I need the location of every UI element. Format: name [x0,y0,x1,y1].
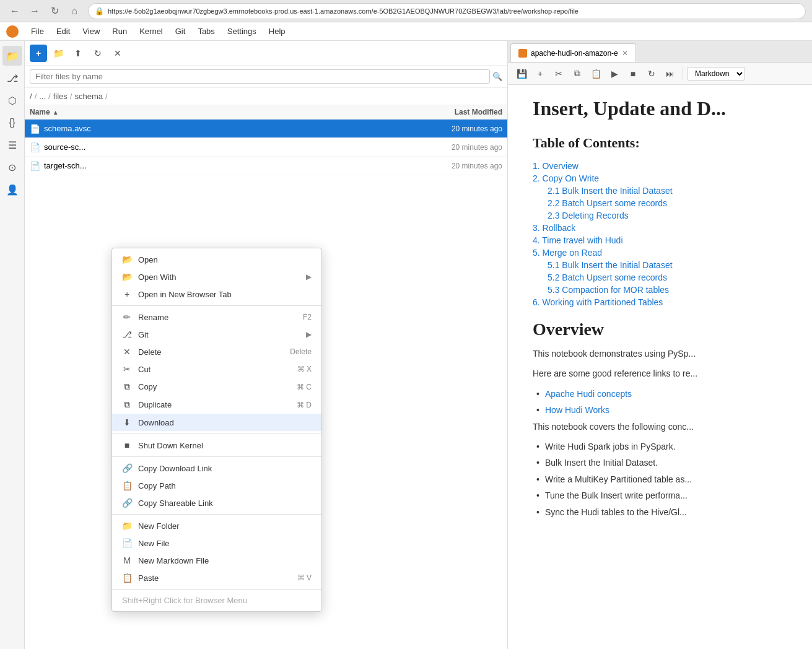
toc-item-rollback: 3. Rollback [533,223,787,233]
file-name: target-sch... [44,161,378,170]
open-icon: 📂 [122,255,132,264]
address-bar[interactable]: 🔒 https://e-5ob2g1aeobqjnwur70zgbegw3.em… [88,3,806,19]
menu-view[interactable]: View [76,22,106,41]
sidebar-icon-git[interactable]: ⎇ [2,68,22,88]
download-icon: ⬇ [122,417,132,427]
ctx-divider-1 [112,305,321,306]
overview-text-2: Here are some good reference links to re… [533,367,787,380]
paste-cell-button[interactable]: 📋 [587,65,605,82]
ctx-copy[interactable]: ⧉ Copy ⌘ C [112,378,321,396]
add-cell-button[interactable]: + [531,65,549,82]
ctx-copy-download-link[interactable]: 🔗 Copy Download Link [112,460,321,477]
menu-edit[interactable]: Edit [50,22,76,41]
ctx-open-with[interactable]: 📂 Open With ▶ [112,268,321,285]
toc-link-mor-bulk-insert[interactable]: 5.1 Bulk Insert the Initial Dataset [548,260,673,270]
refresh-kernel-button[interactable]: ↻ [643,65,660,82]
toc-link-mor-batch-upsert[interactable]: 5.2 Batch Upsert some records [548,272,667,282]
file-modified: 20 minutes ago [378,143,502,152]
toc-link-batch-upsert[interactable]: 2.2 Batch Upsert some records [548,198,667,208]
apache-hudi-concepts-link[interactable]: Apache Hudi concepts [545,389,632,399]
ctx-copy-path[interactable]: 📋 Copy Path [112,477,321,494]
toc-link-mor[interactable]: 5. Merge on Read [533,248,602,258]
home-button[interactable]: ⌂ [66,2,83,20]
context-menu: 📂 Open 📂 Open With ▶ + Open in New Brows… [111,248,322,612]
file-item-schema-avsc[interactable]: 📄 schema.avsc 20 minutes ago [25,120,507,138]
notebook-tab[interactable]: apache-hudi-on-amazon-e ✕ [510,43,636,62]
forward-button[interactable]: → [26,2,43,20]
refresh-button[interactable]: ↻ [89,45,107,62]
cut-cell-button[interactable]: ✂ [550,65,567,82]
breadcrumb-files[interactable]: files [53,92,68,101]
table-of-contents: 1. Overview 2. Copy On Write 2.1 Bulk In… [533,161,787,307]
nav-buttons: ← → ↻ ⌂ [6,2,83,20]
cell-type-dropdown[interactable]: Markdown Code Raw [687,67,745,81]
ctx-new-file[interactable]: 📄 New File [112,534,321,552]
upload-button[interactable]: ⬆ [69,45,87,62]
copy-path-icon: 📋 [122,481,132,490]
ctx-new-markdown-file[interactable]: M New Markdown File [112,552,321,569]
ctx-rename[interactable]: ✏ Rename F2 [112,308,321,326]
bullet-1: Write Hudi Spark jobs in PySpark. [545,440,787,453]
file-item-target-schema[interactable]: 📄 target-sch... 20 minutes ago [25,157,507,175]
search-input[interactable] [30,69,490,84]
sidebar-icon-extension[interactable]: ⬡ [2,90,22,110]
sidebar-icon-list[interactable]: ☰ [2,135,22,155]
sidebar-icon-folder[interactable]: 📁 [2,46,22,66]
sidebar-icon-code[interactable]: {} [2,113,22,133]
copy-cell-button[interactable]: ⧉ [569,65,586,82]
sidebar-icon-user[interactable]: 👤 [2,180,22,199]
ctx-open[interactable]: 📂 Open [112,251,321,268]
tab-close-button[interactable]: ✕ [622,49,628,58]
toc-link-bulk-insert[interactable]: 2.1 Bulk Insert the Initial Dataset [548,186,673,196]
how-hudi-works-link[interactable]: How Hudi Works [545,405,609,415]
toc-link-partitioned-tables[interactable]: 6. Working with Partitioned Tables [533,297,663,307]
toc-link-time-travel[interactable]: 4. Time travel with Hudi [533,235,623,245]
file-item-source-schema[interactable]: 📄 source-sc... 20 minutes ago [25,138,507,157]
ctx-git[interactable]: ⎇ Git ▶ [112,326,321,343]
menu-settings[interactable]: Settings [221,22,263,41]
breadcrumb-schema[interactable]: schema [74,92,103,101]
bullet-4: Tune the Bulk Insert write performa... [545,489,787,502]
stop-button[interactable]: ■ [624,65,642,82]
folder-button[interactable]: 📁 [50,45,67,62]
ctx-new-folder[interactable]: 📁 New Folder [112,517,321,534]
menu-run[interactable]: Run [106,22,133,41]
toc-link-deleting-records[interactable]: 2.3 Deleting Records [548,211,629,220]
ctx-delete[interactable]: ✕ Delete Delete [112,343,321,360]
ctx-paste[interactable]: 📋 Paste ⌘ V [112,569,321,586]
paste-icon: 📋 [122,573,132,583]
ctx-copy-shareable-link[interactable]: 🔗 Copy Shareable Link [112,494,321,512]
breadcrumb: / / ... / files / schema / [25,88,507,105]
reload-button[interactable]: ↻ [46,2,63,20]
toc-link-cow[interactable]: 2. Copy On Write [533,173,599,183]
run-button[interactable]: ▶ [606,65,623,82]
file-icon: 📄 [30,161,40,171]
toc-link-rollback[interactable]: 3. Rollback [533,223,575,233]
ctx-cut[interactable]: ✂ Cut ⌘ X [112,360,321,378]
sidebar-icon-stack[interactable]: ⊙ [2,157,22,177]
ctx-duplicate[interactable]: ⧉ Duplicate ⌘ D [112,396,321,414]
menu-kernel[interactable]: Kernel [133,22,169,41]
menu-tabs[interactable]: Tabs [191,22,220,41]
ctx-open-browser-tab[interactable]: + Open in New Browser Tab [112,285,321,303]
column-name[interactable]: Name ▲ [30,108,378,116]
menu-help[interactable]: Help [263,22,292,41]
ctx-download[interactable]: ⬇ Download [112,414,321,431]
ctx-divider-5 [112,589,321,590]
breadcrumb-ellipsis[interactable]: ... [39,92,46,101]
fast-forward-button[interactable]: ⏭ [661,65,679,82]
breadcrumb-root[interactable]: / [30,92,32,101]
toc-link-overview[interactable]: 1. Overview [533,161,578,171]
back-button[interactable]: ← [6,2,24,20]
app-layout: 📁 ⎇ ⬡ {} ☰ ⊙ 👤 + 📁 ⬆ ↻ ✕ 🔍 / / ... / fil… [0,41,812,649]
menu-git[interactable]: Git [169,22,192,41]
copy-link-icon: 🔗 [122,463,132,473]
notebook-content: Insert, Update and D... Table of Content… [508,85,812,649]
ctx-shutdown-kernel[interactable]: ■ Shut Down Kernel [112,437,321,454]
clear-button[interactable]: ✕ [109,45,126,62]
file-panel: + 📁 ⬆ ↻ ✕ 🔍 / / ... / files / schema / [25,41,508,649]
menu-file[interactable]: File [25,22,50,41]
save-button[interactable]: 💾 [513,65,530,82]
new-button[interactable]: + [30,45,47,62]
toc-link-compaction[interactable]: 5.3 Compaction for MOR tables [548,285,669,295]
